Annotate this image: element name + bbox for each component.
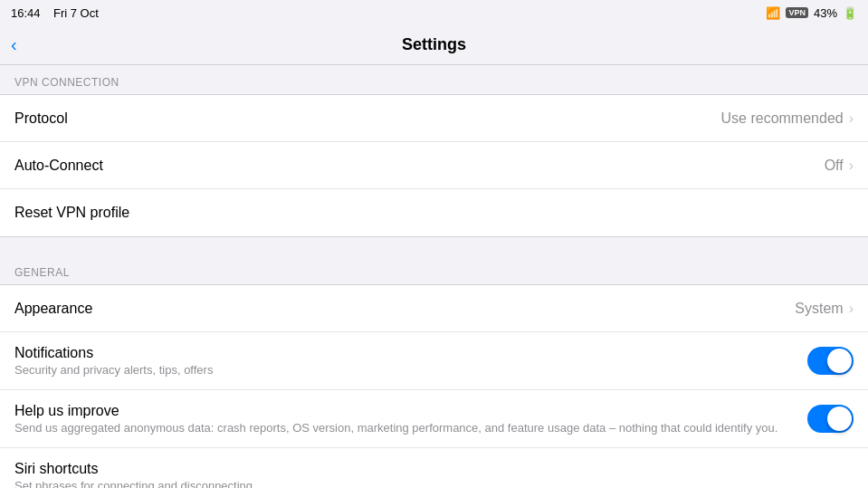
battery-percentage: 43% xyxy=(814,6,837,20)
notifications-label: Notifications xyxy=(14,345,807,361)
protocol-label: Protocol xyxy=(14,110,721,127)
header: ‹ Settings xyxy=(0,25,868,65)
wifi-icon: 📶 xyxy=(766,6,780,20)
vpn-badge: VPN xyxy=(786,7,808,18)
settings-content: VPN CONNECTION Protocol Use recommended … xyxy=(0,65,868,488)
protocol-chevron-icon: › xyxy=(849,110,854,127)
help-improve-subtitle: Send us aggregated anonymous data: crash… xyxy=(14,421,807,435)
help-improve-label: Help us improve xyxy=(14,403,807,419)
section-header-vpn: VPN CONNECTION xyxy=(0,65,868,94)
auto-connect-chevron-icon: › xyxy=(849,158,854,174)
notifications-subtitle: Security and privacy alerts, tips, offer… xyxy=(14,363,807,377)
section-spacer-1 xyxy=(0,237,868,255)
status-bar: 16:44 Fri 7 Oct 📶 VPN 43% 🔋 xyxy=(0,0,868,25)
appearance-chevron-icon: › xyxy=(849,301,854,317)
siri-shortcuts-label: Siri shortcuts xyxy=(14,461,854,477)
notifications-row: Notifications Security and privacy alert… xyxy=(0,332,868,390)
appearance-label: Appearance xyxy=(14,301,795,317)
help-improve-row: Help us improve Send us aggregated anony… xyxy=(0,390,868,448)
protocol-value: Use recommended xyxy=(721,110,844,127)
notifications-toggle[interactable] xyxy=(807,347,854,375)
time-display: 16:44 xyxy=(11,6,41,20)
date-display: Fri 7 Oct xyxy=(53,6,99,20)
reset-vpn-label: Reset VPN profile xyxy=(14,205,854,221)
status-time: 16:44 Fri 7 Oct xyxy=(11,6,99,20)
battery-icon: 🔋 xyxy=(843,6,857,20)
help-improve-toggle[interactable] xyxy=(807,405,854,433)
siri-shortcuts-subtitle: Set phrases for connecting and disconnec… xyxy=(14,479,854,488)
auto-connect-row[interactable]: Auto-Connect Off › xyxy=(0,142,868,189)
back-chevron-icon: ‹ xyxy=(11,34,17,55)
back-button[interactable]: ‹ xyxy=(11,34,17,55)
protocol-row[interactable]: Protocol Use recommended › xyxy=(0,95,868,142)
appearance-value: System xyxy=(795,301,843,317)
status-indicators: 📶 VPN 43% 🔋 xyxy=(766,6,857,20)
auto-connect-label: Auto-Connect xyxy=(14,158,825,174)
appearance-row[interactable]: Appearance System › xyxy=(0,285,868,332)
page-title: Settings xyxy=(402,35,466,54)
auto-connect-value: Off xyxy=(825,158,844,174)
notifications-toggle-thumb xyxy=(827,349,852,373)
siri-shortcuts-row[interactable]: Siri shortcuts Set phrases for connectin… xyxy=(0,448,868,488)
help-improve-toggle-thumb xyxy=(827,407,852,431)
section-header-general: GENERAL xyxy=(0,255,868,284)
reset-vpn-row[interactable]: Reset VPN profile xyxy=(0,189,868,236)
general-section: Appearance System › Notifications Securi… xyxy=(0,284,868,488)
vpn-connection-section: Protocol Use recommended › Auto-Connect … xyxy=(0,94,868,237)
